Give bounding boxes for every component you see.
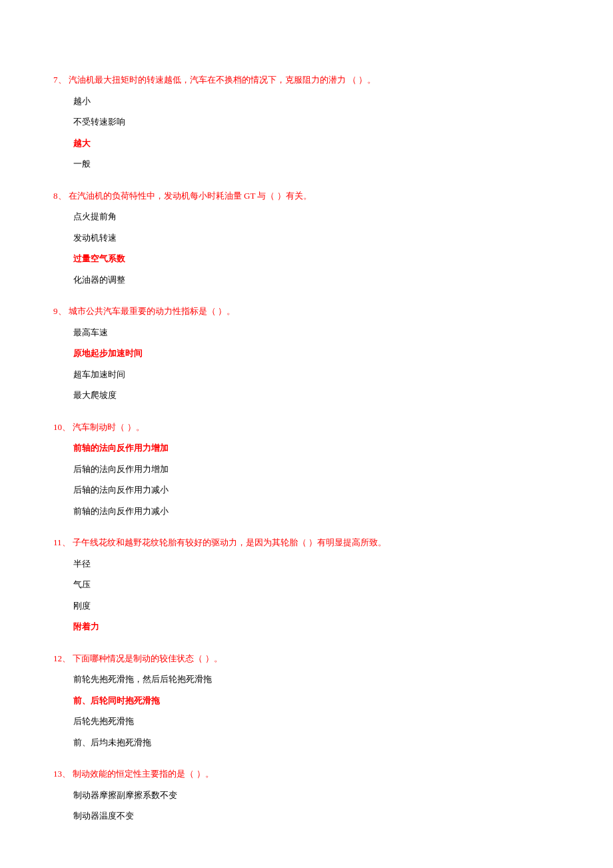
question-text: 7、 汽油机最大扭矩时的转速越低，汽车在不换档的情况下，克服阻力的潜力 （ ）。 [53, 73, 560, 87]
question-number: 9、 [53, 306, 67, 316]
option: 越小 [53, 95, 560, 108]
question-block: 8、 在汽油机的负荷特性中，发动机每小时耗油量 GT 与（ ）有关。点火提前角发… [53, 189, 560, 287]
option: 前轴的法向反作用力减小 [53, 505, 560, 518]
question-number: 12、 [53, 653, 71, 663]
question-number: 8、 [53, 191, 67, 201]
question-block: 12、 下面哪种情况是制动的较佳状态（ ）。前轮先抱死滑拖，然后后轮抱死滑拖前、… [53, 652, 560, 749]
question-number: 7、 [53, 75, 67, 85]
option: 制动器摩擦副摩擦系数不变 [53, 789, 560, 802]
question-number: 10、 [53, 422, 71, 432]
option: 点火提前角 [53, 210, 560, 223]
option: 化油器的调整 [53, 273, 560, 287]
question-block: 11、 子午线花纹和越野花纹轮胎有较好的驱动力，是因为其轮胎（ ）有明显提高所致… [53, 536, 560, 633]
question-text: 12、 下面哪种情况是制动的较佳状态（ ）。 [53, 652, 560, 665]
option: 超车加速时间 [53, 368, 560, 381]
question-stem: 子午线花纹和越野花纹轮胎有较好的驱动力，是因为其轮胎（ ）有明显提高所致。 [71, 537, 387, 547]
option: 前轮先抱死滑拖，然后后轮抱死滑拖 [53, 673, 560, 686]
option: 半径 [53, 557, 560, 571]
option: 制动器温度不变 [53, 809, 560, 823]
option: 不受转速影响 [53, 115, 560, 129]
question-block: 7、 汽油机最大扭矩时的转速越低，汽车在不换档的情况下，克服阻力的潜力 （ ）。… [53, 73, 560, 171]
option-correct: 原地起步加速时间 [53, 347, 560, 360]
question-text: 9、 城市公共汽车最重要的动力性指标是（ ）。 [53, 305, 560, 318]
question-stem: 城市公共汽车最重要的动力性指标是（ ）。 [67, 306, 236, 316]
question-stem: 汽油机最大扭矩时的转速越低，汽车在不换档的情况下，克服阻力的潜力 （ ）。 [67, 75, 376, 85]
option: 一般 [53, 157, 560, 171]
option-correct: 前、后轮同时抱死滑拖 [53, 694, 560, 707]
option: 气压 [53, 578, 560, 591]
question-number: 11、 [53, 537, 71, 547]
option-correct: 附着力 [53, 620, 560, 633]
question-stem: 在汽油机的负荷特性中，发动机每小时耗油量 GT 与（ ）有关。 [67, 191, 312, 201]
question-block: 10、 汽车制动时（ ）。前轴的法向反作用力增加后轴的法向反作用力增加后轴的法向… [53, 421, 560, 518]
question-block: 9、 城市公共汽车最重要的动力性指标是（ ）。最高车速原地起步加速时间超车加速时… [53, 305, 560, 402]
question-block: 13、 制动效能的恒定性主要指的是（ ）。制动器摩擦副摩擦系数不变制动器温度不变 [53, 767, 560, 823]
option-correct: 过量空气系数 [53, 252, 560, 265]
question-number: 13、 [53, 769, 71, 779]
option: 刚度 [53, 599, 560, 613]
option: 最高车速 [53, 326, 560, 339]
question-stem: 制动效能的恒定性主要指的是（ ）。 [71, 769, 214, 779]
question-stem: 下面哪种情况是制动的较佳状态（ ）。 [71, 653, 223, 663]
option: 后轴的法向反作用力减小 [53, 483, 560, 497]
question-text: 8、 在汽油机的负荷特性中，发动机每小时耗油量 GT 与（ ）有关。 [53, 189, 560, 203]
option: 最大爬坡度 [53, 389, 560, 402]
question-text: 13、 制动效能的恒定性主要指的是（ ）。 [53, 767, 560, 781]
option: 前、后均未抱死滑拖 [53, 736, 560, 749]
option-correct: 前轴的法向反作用力增加 [53, 441, 560, 455]
option: 发动机转速 [53, 231, 560, 245]
option: 后轴的法向反作用力增加 [53, 463, 560, 476]
question-stem: 汽车制动时（ ）。 [71, 422, 145, 432]
option-correct: 越大 [53, 137, 560, 150]
question-text: 11、 子午线花纹和越野花纹轮胎有较好的驱动力，是因为其轮胎（ ）有明显提高所致… [53, 536, 560, 549]
question-text: 10、 汽车制动时（ ）。 [53, 421, 560, 434]
option: 后轮先抱死滑拖 [53, 715, 560, 728]
